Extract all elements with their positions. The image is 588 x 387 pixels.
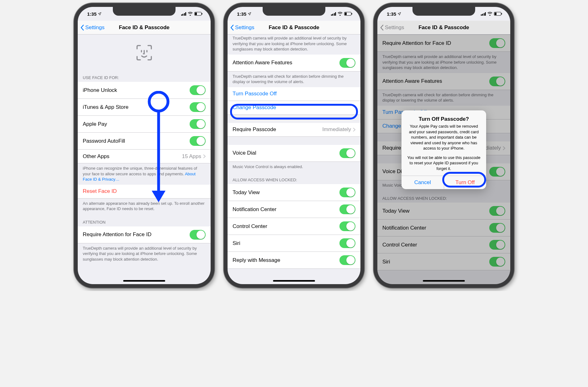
- toggle-require-attention[interactable]: [190, 230, 206, 240]
- toggle-password-autofill[interactable]: [190, 136, 206, 146]
- notch: [113, 7, 176, 16]
- cell-control-center[interactable]: Control Center: [228, 218, 360, 235]
- toggle-reply-with-message[interactable]: [339, 255, 355, 265]
- label: Reset Face ID: [83, 188, 117, 194]
- cell-itunes[interactable]: iTunes & App Store: [78, 99, 211, 116]
- alert-message-1: Your Apple Pay cards will be removed and…: [407, 124, 481, 151]
- home-indicator[interactable]: [423, 280, 465, 282]
- alert-title: Turn Off Passcode?: [407, 116, 481, 122]
- label: Apple Pay: [83, 121, 107, 127]
- alert-cancel-button[interactable]: Cancel: [402, 176, 444, 189]
- label: Reply with Message: [233, 257, 280, 263]
- label: Other Apps: [83, 153, 109, 160]
- toggle-voice-dial[interactable]: [339, 148, 355, 158]
- chevron-left-icon: [80, 24, 84, 31]
- phone-3: 1:35 Settings Face ID & Passcode Require…: [374, 3, 514, 288]
- chevron-left-icon: [380, 24, 384, 31]
- toggle-iphone-unlock[interactable]: [190, 85, 206, 95]
- screen-3: 1:35 Settings Face ID & Passcode Require…: [377, 7, 510, 284]
- content-2[interactable]: TrueDepth camera will provide an additio…: [228, 34, 360, 284]
- toggle-itunes[interactable]: [190, 102, 206, 112]
- label: Siri: [233, 240, 240, 247]
- back-button[interactable]: Settings: [230, 24, 254, 31]
- section-attention: ATTENTION: [78, 214, 211, 226]
- location-icon: [248, 12, 251, 16]
- cell-require-passcode[interactable]: Require PasscodeImmediately: [228, 123, 360, 137]
- footer-attention: TrueDepth camera will provide an additio…: [78, 243, 211, 265]
- svg-rect-7: [345, 13, 347, 15]
- cell-today-view[interactable]: Today View: [228, 184, 360, 201]
- back-label: Settings: [385, 24, 404, 31]
- toggle-control-center[interactable]: [339, 221, 355, 231]
- content-1[interactable]: USE FACE ID FOR: iPhone Unlock iTunes & …: [78, 34, 211, 284]
- status-time: 1:35: [237, 11, 246, 17]
- location-icon: [397, 12, 401, 16]
- svg-rect-1: [195, 13, 197, 15]
- wifi-icon: [487, 12, 492, 16]
- chevron-right-icon: [203, 154, 206, 158]
- cell-attention-aware[interactable]: Attention Aware Features: [228, 55, 360, 72]
- screen-1: 1:35 Settings Face ID & Passcode: [78, 7, 211, 284]
- label: iPhone Unlock: [83, 87, 117, 93]
- nav-title: Face ID & Passcode: [418, 24, 469, 31]
- wifi-icon: [338, 12, 343, 16]
- cell-notification-center[interactable]: Notification Center: [228, 201, 360, 218]
- cell-other-apps[interactable]: Other Apps15 Apps: [78, 150, 211, 163]
- detail: 15 Apps: [182, 153, 201, 160]
- label: Change Passcode: [233, 104, 276, 111]
- home-indicator[interactable]: [273, 280, 315, 282]
- label: Notification Center: [233, 206, 276, 213]
- chevron-right-icon: [353, 128, 355, 132]
- label: Require Passcode: [233, 126, 276, 133]
- phone-1: 1:35 Settings Face ID & Passcode: [74, 3, 214, 288]
- label: Password AutoFill: [83, 138, 125, 144]
- toggle-today-view[interactable]: [339, 188, 355, 197]
- back-label: Settings: [85, 24, 104, 31]
- cell-signal-icon: [331, 12, 336, 16]
- back-label: Settings: [235, 24, 254, 31]
- cell-reply-with-message[interactable]: Reply with Message: [228, 252, 360, 269]
- battery-icon: [344, 12, 352, 16]
- toggle-apple-pay[interactable]: [190, 119, 206, 129]
- back-button[interactable]: Settings: [80, 24, 104, 31]
- label: Control Center: [233, 223, 267, 230]
- faceid-hero-icon: [78, 34, 211, 70]
- detail: Immediately: [322, 126, 351, 133]
- alert-turn-off-passcode: Turn Off Passcode? Your Apple Pay cards …: [402, 110, 486, 189]
- chevron-left-icon: [230, 24, 234, 31]
- footer-face-id: iPhone can recognize the unique, three-d…: [78, 163, 211, 185]
- nav-bar: Settings Face ID & Passcode: [377, 21, 510, 34]
- cell-change-passcode[interactable]: Change Passcode: [228, 101, 360, 115]
- cell-reset-face-id[interactable]: Reset Face ID: [78, 185, 211, 199]
- cell-signal-icon: [481, 12, 486, 16]
- status-time: 1:35: [387, 11, 396, 17]
- location-icon: [98, 12, 102, 16]
- cell-siri[interactable]: Siri: [228, 235, 360, 252]
- cell-password-autofill[interactable]: Password AutoFill: [78, 133, 211, 150]
- label: Turn Passcode Off: [233, 91, 277, 97]
- cell-turn-passcode-off[interactable]: Turn Passcode Off: [228, 87, 360, 101]
- nav-title: Face ID & Passcode: [119, 24, 170, 31]
- footer-attention-aware: TrueDepth camera will check for attentio…: [228, 72, 360, 87]
- nav-title: Face ID & Passcode: [269, 24, 319, 31]
- alert-message-2: You will not be able to use this passcod…: [407, 155, 481, 172]
- home-indicator[interactable]: [123, 280, 165, 282]
- cell-require-attention[interactable]: Require Attention for Face ID: [78, 226, 211, 243]
- svg-rect-8: [352, 13, 352, 15]
- toggle-attention-aware[interactable]: [339, 58, 355, 68]
- label: Attention Aware Features: [233, 60, 292, 66]
- svg-rect-2: [202, 13, 202, 15]
- notch: [263, 7, 325, 16]
- alert-turn-off-button[interactable]: Turn Off: [444, 176, 486, 189]
- cell-voice-dial[interactable]: Voice Dial: [228, 145, 360, 162]
- battery-icon: [194, 12, 202, 16]
- cell-apple-pay[interactable]: Apple Pay: [78, 116, 211, 133]
- cell-iphone-unlock[interactable]: iPhone Unlock: [78, 82, 211, 99]
- toggle-siri[interactable]: [339, 238, 355, 248]
- back-button: Settings: [380, 24, 404, 31]
- toggle-notification-center[interactable]: [339, 204, 355, 214]
- svg-rect-11: [501, 13, 502, 15]
- nav-bar: Settings Face ID & Passcode: [78, 21, 211, 34]
- footer-reset: An alternate appearance has already been…: [78, 199, 211, 214]
- svg-rect-10: [495, 13, 496, 15]
